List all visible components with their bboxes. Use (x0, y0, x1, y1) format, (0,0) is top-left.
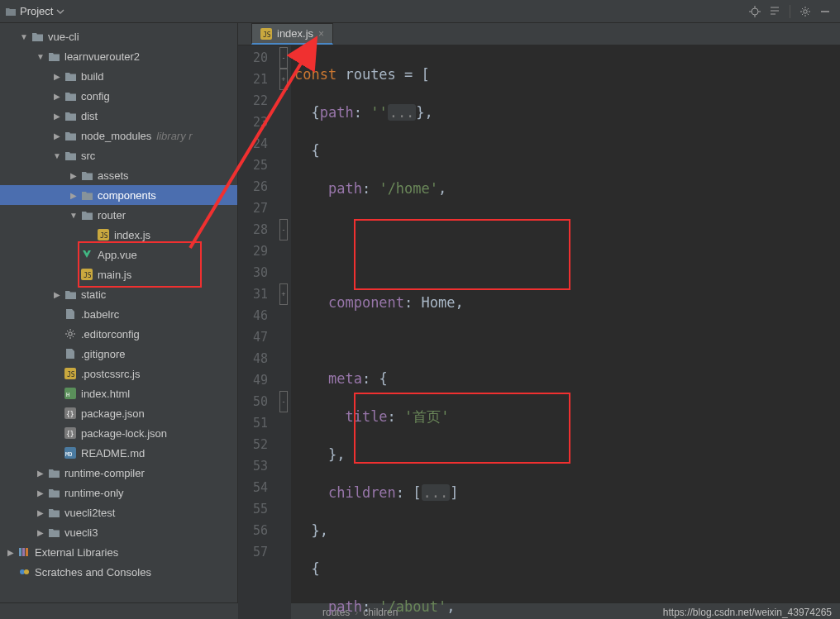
js-icon: JS (79, 269, 94, 280)
tree-label: .babelrc (81, 308, 119, 321)
tree-arrow-icon[interactable] (68, 211, 79, 220)
tree-item-static[interactable]: static (0, 284, 237, 304)
tree-label: src (81, 150, 95, 162)
fold-expand-icon[interactable]: + (279, 69, 288, 90)
tree-arrow-icon[interactable] (68, 171, 79, 180)
line-number: 52 (238, 434, 276, 455)
tree-arrow-icon[interactable] (35, 508, 46, 517)
tree-label: runtime-only (64, 487, 124, 499)
locate-icon[interactable] (747, 3, 763, 20)
folder-icon (63, 289, 78, 300)
minimize-icon[interactable] (817, 3, 833, 20)
tree-label: static (81, 288, 106, 301)
tree-item-vuecli3[interactable]: vuecli3 (0, 522, 237, 542)
tree-label: build (81, 70, 103, 83)
tree-item-runtime-compiler[interactable]: runtime-compiler (0, 463, 237, 483)
tree-arrow-icon[interactable] (18, 32, 30, 41)
tree-label: main.js (98, 269, 131, 281)
tree-label: External Libraries (35, 546, 118, 559)
tree-item-scratches-and-consoles[interactable]: Scratches and Consoles (0, 562, 237, 582)
code-text[interactable]: const routes = [ {path: ''...}, { path: … (291, 45, 840, 619)
html-icon: H (63, 388, 78, 399)
tab-index-js[interactable]: JS index.js × (251, 23, 333, 45)
folder-icon (46, 507, 61, 518)
tree-item-vue-cli[interactable]: vue-cli (0, 26, 237, 46)
gear-icon[interactable] (797, 3, 814, 20)
folder-icon (79, 170, 94, 181)
tree-arrow-icon[interactable] (35, 528, 46, 537)
tree-item-app-vue[interactable]: App.vue (0, 245, 237, 264)
tree-item-package-lock-json[interactable]: {}package-lock.json (0, 423, 237, 443)
tree-arrow-icon[interactable] (51, 151, 63, 160)
tree-item-node-modules[interactable]: node_moduleslibrary r (0, 126, 237, 145)
folder-icon (79, 190, 94, 201)
tree-item-dist[interactable]: dist (0, 106, 237, 126)
project-toolbar-title[interactable]: Project (20, 5, 53, 17)
fold-collapse-icon[interactable]: - (279, 219, 288, 240)
tree-item-vuecli2test[interactable]: vuecli2test (0, 502, 237, 522)
tree-arrow-icon[interactable] (51, 290, 63, 299)
line-number: 54 (238, 477, 276, 498)
vue-icon (79, 249, 94, 260)
fold-collapse-icon[interactable]: - (279, 391, 288, 412)
tree-item-build[interactable]: build (0, 66, 237, 86)
chevron-down-icon[interactable] (56, 7, 64, 16)
tree-item-router[interactable]: router (0, 205, 237, 225)
tree-arrow-icon[interactable] (51, 112, 63, 121)
tree-item-external-libraries[interactable]: External Libraries (0, 542, 237, 562)
tree-item-index-js[interactable]: JSindex.js (0, 225, 237, 245)
tree-item-runtime-only[interactable]: runtime-only (0, 483, 237, 502)
folder-icon (46, 527, 61, 538)
tree-label: index.js (114, 229, 150, 241)
svg-text:JS: JS (100, 232, 108, 240)
tree-item-index-html[interactable]: Hindex.html (0, 383, 237, 403)
tree-item--editorconfig[interactable]: .editorconfig (0, 324, 237, 344)
close-icon[interactable]: × (318, 28, 324, 40)
line-number: 51 (238, 412, 276, 434)
line-number: 22 (238, 90, 276, 112)
tree-arrow-icon[interactable] (5, 548, 17, 557)
tree-item-package-json[interactable]: {}package.json (0, 403, 237, 423)
project-tree[interactable]: vue-clilearnvuerouter2buildconfigdistnod… (0, 23, 238, 602)
tree-item--postcssrc-js[interactable]: JS.postcssrc.js (0, 364, 237, 383)
tree-item-assets[interactable]: assets (0, 165, 237, 185)
folder-icon (79, 210, 94, 221)
json-icon: {} (63, 407, 78, 419)
tree-item-main-js[interactable]: JSmain.js (0, 264, 237, 284)
line-number: 53 (238, 455, 276, 477)
tree-label: dist (81, 110, 98, 122)
folder-icon (63, 150, 78, 161)
toolbar-separator (790, 5, 790, 18)
expand-all-icon[interactable] (766, 3, 783, 20)
tree-item-learnvuerouter2[interactable]: learnvuerouter2 (0, 46, 237, 66)
tree-arrow-icon[interactable] (51, 92, 63, 101)
tree-item-src[interactable]: src (0, 145, 237, 165)
tree-arrow-icon[interactable] (35, 488, 46, 498)
code-area[interactable]: 2021222324252627282930314647484950515253… (238, 45, 840, 619)
tree-label: assets (98, 169, 129, 182)
svg-text:{}: {} (66, 411, 74, 418)
tree-label: router (98, 209, 126, 221)
tree-arrow-icon[interactable] (51, 131, 63, 140)
fold-collapse-icon[interactable]: - (279, 47, 288, 69)
file-icon (63, 308, 78, 320)
line-number: 28 (238, 219, 276, 240)
fold-expand-icon[interactable]: + (279, 283, 288, 305)
tree-arrow-icon[interactable] (68, 191, 79, 200)
tree-item--gitignore[interactable]: .gitignore (0, 344, 237, 364)
tree-label: runtime-compiler (64, 467, 145, 479)
tree-label: .postcssrc.js (81, 368, 141, 380)
folder-icon (63, 71, 78, 82)
tree-arrow-icon[interactable] (35, 469, 46, 478)
tree-item-readme-md[interactable]: MDREADME.md (0, 443, 237, 463)
tree-item--babelrc[interactable]: .babelrc (0, 304, 237, 324)
fold-gutter[interactable]: -+-+- (276, 45, 291, 619)
tree-label: learnvuerouter2 (64, 50, 140, 63)
tree-arrow-icon[interactable] (51, 72, 63, 81)
svg-text:JS: JS (67, 371, 75, 379)
tree-item-components[interactable]: components (0, 185, 237, 205)
folder-icon (63, 111, 78, 121)
tree-item-config[interactable]: config (0, 86, 237, 106)
tree-arrow-icon[interactable] (35, 52, 46, 61)
line-number: 49 (238, 369, 276, 391)
